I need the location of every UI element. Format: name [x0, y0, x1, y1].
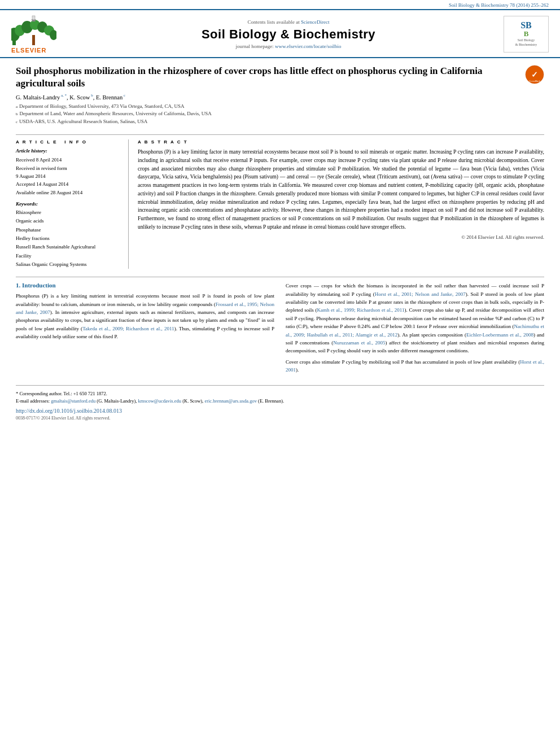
intro-body-right: Cover crops — crops for which the biomas… — [286, 282, 544, 374]
abstract-text: Phosphorus (P) is a key limiting factor … — [138, 148, 544, 231]
author3-sup: c — [123, 93, 125, 98]
logo-bb: B — [524, 30, 529, 37]
email1-link[interactable]: gmaltais@stanford.edu — [51, 398, 95, 404]
elsevier-tree-icon — [11, 15, 56, 46]
svg-text:CrossMark: CrossMark — [529, 80, 540, 82]
ref-nuruzzaman[interactable]: Nuruzzaman et al., 2005 — [333, 340, 385, 346]
author2-name: K. Scow — [69, 94, 90, 101]
introduction-section: 1. Introduction Phosphorus (P) is a key … — [16, 277, 544, 377]
ref-horst1[interactable]: Horst et al., 2001; Nelson and Janke, 20… — [375, 291, 466, 297]
author1-name: G. Maltais-Landry — [16, 94, 60, 101]
elsevier-wordmark: ELSEVIER — [11, 47, 46, 54]
available-date: Available online 28 August 2014 — [16, 189, 121, 196]
affiliation-b: b Department of Land, Water and Atmosphe… — [16, 110, 519, 118]
keyword-russell: Russell Ranch Sustainable Agricultural — [16, 243, 121, 251]
received-revised-date: 9 August 2014 — [16, 172, 121, 180]
svg-rect-10 — [32, 16, 35, 20]
author3-name: E. Brennan — [96, 94, 123, 101]
intro-col-right: Cover crops — crops for which the biomas… — [286, 282, 544, 377]
abstract-section-label: A B S T R A C T — [138, 139, 544, 145]
keyword-salinas: Salinas Organic Cropping Systems — [16, 260, 121, 269]
accepted-date: Accepted 14 August 2014 — [16, 180, 121, 188]
intro-col-left: 1. Introduction Phosphorus (P) is a key … — [16, 282, 274, 377]
affiliation-c: c USDA-ARS, U.S. Agricultural Research S… — [16, 118, 519, 126]
ref-horst2[interactable]: Horst et al., 2001 — [286, 359, 544, 373]
svg-marker-11 — [32, 20, 36, 21]
affiliations: a Department of Biology, Stanford Univer… — [16, 103, 519, 126]
issn-line: 0038-0717/© 2014 Elsevier Ltd. All right… — [16, 416, 544, 421]
journal-reference-bar: Soil Biology & Biochemistry 78 (2014) 25… — [0, 0, 560, 9]
received-revised-label: Received in revised form — [16, 164, 121, 172]
crossmark-icon: ✓ CrossMark — [525, 65, 544, 84]
keyword-organic-acids: Organic acids — [16, 217, 121, 225]
svg-text:✓: ✓ — [531, 70, 538, 79]
intro-heading: 1. Introduction — [16, 282, 274, 289]
email3-link[interactable]: eric.brennan@ars.usda.gov — [204, 398, 257, 404]
author1-sup: a, * — [60, 93, 67, 98]
email2-link[interactable]: kmscow@ucdavis.edu — [138, 398, 182, 404]
footer-section: * Corresponding author. Tel.: +1 650 721… — [16, 385, 544, 425]
sciencedirect-link[interactable]: ScienceDirect — [301, 19, 329, 25]
keyword-facility: Facility — [16, 252, 121, 260]
logo-subtitle: Soil Biology& Biochemistry — [515, 38, 537, 47]
logo-sb: SB — [520, 21, 532, 30]
author2-sup: b — [90, 93, 93, 98]
keyword-rhizosphere: Rhizosphere — [16, 208, 121, 217]
journal-logo-box: SB B Soil Biology& Biochemistry — [504, 16, 549, 53]
doi-link[interactable]: http://dx.doi.org/10.1016/j.soilbio.2014… — [16, 408, 122, 414]
footer-emails: E-mail addresses: gmaltais@stanford.edu … — [16, 397, 544, 405]
article-info-abstract-section: A R T I C L E I N F O Article history: R… — [16, 134, 544, 269]
svg-rect-8 — [32, 35, 35, 45]
journal-title-section: Contents lists available at ScienceDirec… — [85, 19, 492, 49]
ref-eichler[interactable]: Eichler-Loebermann et al., 2008 — [466, 332, 533, 338]
article-info-col: A R T I C L E I N F O Article history: R… — [16, 139, 129, 269]
article-title: Soil phosphorus mobilization in the rhiz… — [16, 65, 519, 90]
ref-takeda[interactable]: Takeda et al., 2009; Richardson et al., … — [82, 326, 174, 331]
journal-header: ELSEVIER Contents lists available at Sci… — [0, 9, 560, 58]
keyword-hedley: Hedley fractions — [16, 234, 121, 243]
article-history-label: Article history: — [16, 148, 121, 154]
homepage-link[interactable]: www.elsevier.com/locate/soilbio — [275, 43, 341, 49]
journal-logo-section: SB B Soil Biology& Biochemistry — [498, 16, 549, 53]
elsevier-logo-section: ELSEVIER — [11, 15, 79, 54]
contents-line: Contents lists available at ScienceDirec… — [85, 19, 492, 25]
intro-two-col: 1. Introduction Phosphorus (P) is a key … — [16, 282, 544, 377]
abstract-col: A B S T R A C T Phosphorus (P) is a key … — [138, 139, 544, 269]
journal-title: Soil Biology & Biochemistry — [85, 27, 492, 42]
received-date: Received 8 April 2014 — [16, 156, 121, 164]
copyright-line: © 2014 Elsevier Ltd. All rights reserved… — [138, 234, 544, 240]
journal-ref-text: Soil Biology & Biochemistry 78 (2014) 25… — [449, 2, 549, 8]
intro-body-left: Phosphorus (P) is a key limiting nutrien… — [16, 292, 274, 340]
ref-frossard[interactable]: Frossard et al., 1995; Nelson and Janke,… — [16, 302, 274, 315]
crossmark-badge[interactable]: ✓ CrossMark — [525, 65, 544, 85]
journal-homepage: journal homepage: www.elsevier.com/locat… — [85, 43, 492, 49]
keyword-phosphatase: Phosphatase — [16, 226, 121, 234]
affiliation-a: a Department of Biology, Stanford Univer… — [16, 103, 519, 111]
footer-corresponding: * Corresponding author. Tel.: +1 650 721… — [16, 390, 544, 397]
article-title-section: Soil phosphorus mobilization in the rhiz… — [16, 65, 544, 129]
ref-kamh[interactable]: Kamh et al., 1999; Richardson et al., 20… — [317, 307, 404, 313]
article-info-section-label: A R T I C L E I N F O — [16, 139, 121, 145]
authors-line: G. Maltais-Landry a, *, K. Scow b, E. Br… — [16, 93, 519, 101]
keywords-label: Keywords: — [16, 201, 121, 207]
